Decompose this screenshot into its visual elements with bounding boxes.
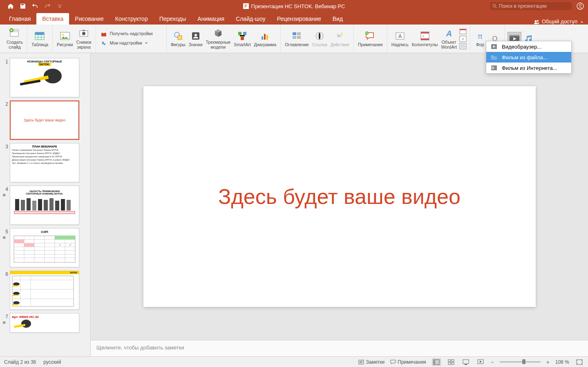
toc-button[interactable]: Оглавление: [283, 29, 311, 48]
tab-slideshow[interactable]: Слайд-шоу: [230, 13, 271, 25]
reading-view-button[interactable]: [461, 358, 470, 366]
chart-button[interactable]: Диаграмма: [253, 27, 278, 50]
tab-drawing[interactable]: Рисование: [69, 13, 110, 25]
account-icon[interactable]: [577, 2, 584, 10]
zoom-in-button[interactable]: +: [546, 359, 550, 365]
pictures-button[interactable]: Рисунки: [55, 27, 75, 50]
slide-sorter-button[interactable]: [447, 358, 456, 366]
svg-rect-86: [448, 360, 451, 362]
language-indicator[interactable]: русский: [43, 359, 61, 365]
svg-point-12: [62, 34, 64, 36]
slide-placeholder-text[interactable]: Здесь будет ваше видео: [218, 184, 461, 209]
equation-icon: π: [474, 30, 486, 42]
icons-button[interactable]: Значки: [187, 27, 204, 50]
normal-view-button[interactable]: [432, 358, 441, 366]
window-title: Презентация НС SHTOK. Вебинар РС: [243, 3, 345, 9]
textbox-icon: A: [394, 30, 406, 42]
svg-rect-57: [21, 200, 25, 210]
tab-view[interactable]: Вид: [327, 13, 349, 25]
shapes-button[interactable]: Фигуры: [169, 27, 187, 50]
video-from-file-item[interactable]: Фильм из файла...: [486, 52, 571, 63]
zoom-slider[interactable]: [500, 361, 541, 363]
3d-models-button[interactable]: Трехмерные модели: [204, 27, 233, 50]
headerfooter-button[interactable]: # Колонтитулы: [410, 27, 440, 50]
main-body: 1 НОЖНИЦЫ СЕКТОРНЫЕ SHTOK. 2 Здесь будет…: [0, 53, 588, 356]
video-browser-item[interactable]: Видеобраузер...: [486, 41, 571, 52]
redo-icon[interactable]: [44, 3, 51, 9]
tab-transitions[interactable]: Переходы: [154, 13, 192, 25]
video-browser-icon: [490, 43, 498, 50]
action-button: Действие: [329, 29, 351, 48]
thumb-num-1: 1: [2, 58, 8, 65]
notes-pane[interactable]: Щелкните, чтобы добавить заметки: [91, 340, 588, 356]
slide-thumbnails-panel[interactable]: 1 НОЖНИЦЫ СЕКТОРНЫЕ SHTOK. 2 Здесь будет…: [0, 53, 91, 356]
svg-rect-89: [452, 363, 454, 365]
svg-rect-61: [44, 200, 48, 210]
equation-label: Фор: [476, 43, 484, 47]
svg-point-3: [579, 4, 581, 7]
textbox-button[interactable]: A Надпись: [390, 27, 410, 50]
wordart-button[interactable]: A Объект WordArt: [440, 27, 458, 50]
notes-toggle[interactable]: Заметки: [358, 359, 385, 365]
chevron-up-icon[interactable]: [580, 20, 584, 24]
thumbnail-slide-4[interactable]: ОБЛАСТЬ ПРИМЕНЕНИЯ СЕКТОРНЫХ НОЖНИЦ SHTO…: [10, 186, 79, 225]
smartart-button[interactable]: SmartArt: [232, 27, 252, 50]
thumb4-title: ОБЛАСТЬ ПРИМЕНЕНИЯ СЕКТОРНЫХ НОЖНИЦ SHTO…: [12, 190, 77, 195]
search-box[interactable]: [490, 2, 572, 10]
thumbnail-slide-2[interactable]: Здесь будет ваше видео: [10, 101, 79, 140]
thumbnail-slide-5[interactable]: СИП ✓✓: [10, 228, 79, 267]
slide-canvas-area[interactable]: Здесь будет ваше видео: [91, 53, 588, 340]
undo-icon[interactable]: [32, 3, 38, 9]
internet-video-icon: [490, 65, 498, 71]
svg-text:#: #: [423, 35, 424, 38]
fit-to-window-button[interactable]: [575, 358, 584, 366]
screenshot-label: Снимок экрана: [76, 40, 92, 49]
svg-rect-91: [465, 364, 467, 365]
thumbnail-slide-1[interactable]: НОЖНИЦЫ СЕКТОРНЫЕ SHTOK.: [10, 58, 79, 97]
wordart-icon: A: [443, 28, 455, 39]
equation-button[interactable]: π Фор: [473, 29, 487, 48]
screenshot-button[interactable]: Снимок экрана: [75, 27, 93, 50]
tab-animation[interactable]: Анимация: [192, 13, 230, 25]
zoom-level[interactable]: 106 %: [555, 359, 569, 365]
chart-icon: [259, 30, 271, 42]
comments-icon: [390, 360, 396, 365]
save-icon[interactable]: [20, 3, 26, 9]
get-addins-button[interactable]: Получить надстройки: [98, 29, 164, 38]
slide-counter[interactable]: Слайд 2 из 36: [4, 359, 36, 365]
chart-label: Диаграмма: [254, 43, 277, 47]
thumb-num-2: 2: [2, 101, 8, 107]
slide-number-icon[interactable]: #: [459, 36, 467, 42]
thumb4-image: [12, 195, 77, 215]
share-button[interactable]: Общий доступ: [534, 18, 584, 25]
link-icon: [314, 30, 325, 42]
svg-rect-65: [67, 200, 71, 210]
date-icon[interactable]: [459, 28, 467, 35]
svg-rect-26: [293, 32, 296, 35]
zoom-out-button[interactable]: −: [491, 359, 494, 365]
slideshow-button[interactable]: [476, 358, 485, 366]
thumb-star-icon: ✱: [2, 320, 8, 325]
svg-rect-63: [55, 201, 59, 210]
thumbnail-slide-6[interactable]: SHTOK.: [10, 271, 79, 310]
thumbnail-slide-7[interactable]: Арт. 05003 НС-32: [10, 313, 79, 333]
new-slide-button[interactable]: Создать слайд: [5, 27, 25, 50]
svg-rect-88: [448, 363, 451, 365]
table-button[interactable]: Таблица: [30, 29, 50, 48]
tab-home[interactable]: Главная: [3, 13, 36, 25]
search-input[interactable]: [499, 3, 564, 9]
tab-insert[interactable]: Вставка: [36, 13, 69, 25]
home-icon[interactable]: [7, 3, 14, 9]
tab-review[interactable]: Рецензирование: [271, 13, 327, 25]
object-icon[interactable]: [459, 43, 467, 49]
zoom-slider-knob[interactable]: [522, 359, 525, 364]
comment-button[interactable]: Примечание: [356, 29, 385, 48]
thumbnail-slide-3[interactable]: ПЛАН ВЕБИНАРА Область применения Секторн…: [10, 143, 79, 182]
title-bar: Презентация НС SHTOK. Вебинар РС: [0, 0, 588, 12]
comments-toggle[interactable]: Примечания: [390, 359, 426, 365]
tab-design[interactable]: Конструктор: [110, 13, 154, 25]
video-from-internet-item[interactable]: Фильм из Интернета...: [486, 63, 571, 73]
customize-qat-icon[interactable]: [56, 3, 63, 9]
my-addins-button[interactable]: Мои надстройки: [98, 39, 164, 48]
current-slide[interactable]: Здесь будет ваше видео: [143, 86, 536, 307]
